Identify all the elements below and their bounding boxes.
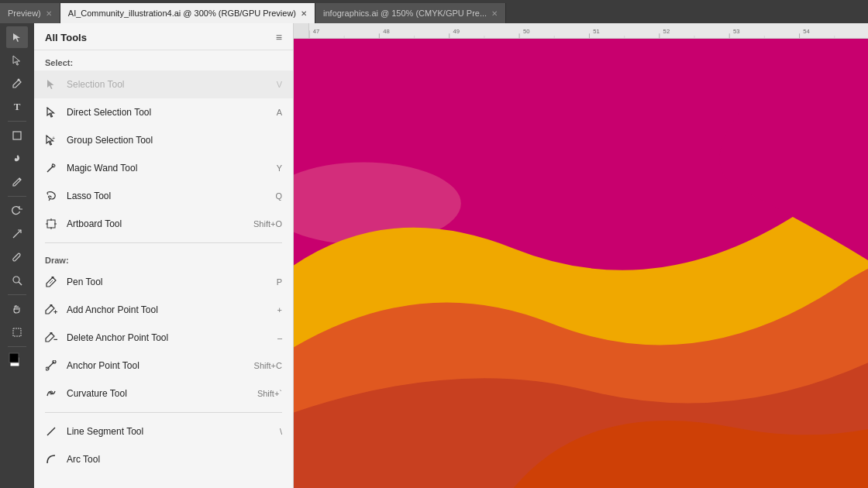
anchor-point-shortcut: Shift+C [254,361,282,370]
svg-rect-27 [309,23,868,38]
delete-anchor-shortcut: – [277,333,282,342]
artboard-shortcut: Shift+O [253,219,282,229]
tab-close-icon[interactable]: ✕ [301,9,307,18]
svg-text:−: − [53,335,57,343]
direct-selection-icon [42,103,60,122]
svg-line-4 [19,282,22,285]
toolbar-zoom[interactable] [6,270,28,291]
group-selection-name: Group Selection Tool [67,135,276,146]
toolbar-separator-3 [8,294,26,295]
add-anchor-shortcut: + [277,305,282,314]
pen-icon [42,273,60,291]
tab-label: AI_Community_illustration4.ai @ 300% (RG… [68,9,296,18]
tab-infographics[interactable]: infographics.ai @ 150% (CMYK/GPU Pre... … [315,3,506,23]
main-area: T [0,23,868,488]
tool-row-line-segment[interactable]: Line Segment Tool \ [34,418,293,445]
tab-close-icon[interactable]: ✕ [491,9,498,18]
toolbar-rotate[interactable] [6,200,28,222]
toolbar-artboard-bottom[interactable] [6,321,28,343]
toolbar-selection-tool[interactable] [6,26,28,48]
curvature-name: Curvature Tool [67,388,251,399]
toolbar-type-tool[interactable]: T [6,96,28,118]
svg-rect-7 [9,353,19,363]
tool-row-selection[interactable]: Selection Tool V [34,70,293,98]
artboard-name: Artboard Tool [67,218,247,229]
toolbar-separator-2 [8,196,26,197]
selection-tool-icon [42,75,60,94]
panel-title: All Tools [45,32,87,43]
toolbar-pen-tool[interactable] [6,73,28,95]
toolbar-rectangle[interactable] [6,125,28,146]
svg-text:54: 54 [803,28,810,35]
svg-rect-1 [13,132,21,139]
tool-row-magic-wand[interactable]: Magic Wand Tool Y [34,154,293,182]
lasso-shortcut: Q [275,191,282,201]
svg-text:47: 47 [313,28,320,35]
tab-close-icon[interactable]: ✕ [46,9,52,18]
tool-row-artboard[interactable]: Artboard Tool Shift+O [34,210,293,238]
pen-shortcut: P [277,277,282,287]
toolbar-hand[interactable] [6,298,28,320]
toolbar-eyedropper[interactable] [6,246,28,268]
curvature-icon [42,384,60,403]
tool-row-pen[interactable]: Pen Tool P [34,268,293,296]
ruler-top: 47 48 49 50 51 52 53 54 [294,23,868,39]
tool-row-add-anchor[interactable]: + Add Anchor Point Tool + [34,296,293,324]
line-segment-shortcut: \ [280,427,282,436]
tab-label: infographics.ai @ 150% (CMYK/GPU Pre... [323,9,487,18]
add-anchor-icon: + [42,301,60,319]
tab-preview[interactable]: Preview) ✕ [0,3,60,23]
toolbar-paintbrush[interactable] [6,148,28,170]
all-tools-panel: All Tools ≡ Select: Selection Tool V Dir… [34,23,294,488]
tool-row-anchor-point[interactable]: Anchor Point Tool Shift+C [34,352,293,380]
svg-text:49: 49 [453,28,460,35]
fill-stroke-colors[interactable] [9,352,26,369]
anchor-point-icon [42,356,60,375]
tool-row-delete-anchor[interactable]: − Delete Anchor Point Tool – [34,324,293,352]
left-toolbar: T [0,23,34,488]
toolbar-separator-4 [8,346,26,347]
line-segment-name: Line Segment Tool [67,426,274,437]
svg-text:50: 50 [523,28,530,35]
lasso-name: Lasso Tool [67,191,269,201]
add-anchor-name: Add Anchor Point Tool [67,304,271,315]
line-segment-icon [42,422,60,441]
selection-tool-shortcut: V [277,80,282,89]
toolbar-pencil[interactable] [6,171,28,193]
lasso-icon [42,187,60,205]
tool-row-arc[interactable]: Arc Tool [34,445,293,473]
tool-row-curvature[interactable]: Curvature Tool Shift+` [34,380,293,407]
section-select-label: Select: [34,50,293,70]
delete-anchor-icon: − [42,328,60,347]
svg-line-12 [54,165,55,166]
direct-selection-shortcut: A [277,108,282,117]
tool-row-lasso[interactable]: Lasso Tool Q [34,182,293,210]
magic-wand-shortcut: Y [277,163,282,173]
svg-text:+: + [52,136,55,141]
svg-text:53: 53 [733,28,740,35]
ruler-corner [294,23,309,39]
anchor-point-name: Anchor Point Tool [67,360,248,371]
svg-point-3 [13,277,19,283]
panel-scroll[interactable]: Select: Selection Tool V Direct Selectio… [34,50,293,488]
arc-icon [42,450,60,469]
arc-name: Arc Tool [67,454,276,465]
svg-text:48: 48 [383,28,390,35]
section-draw-label: Draw: [34,248,293,268]
section-divider-2 [45,412,282,413]
svg-rect-13 [47,220,55,228]
panel-menu-icon[interactable]: ≡ [276,31,282,43]
svg-line-26 [47,428,55,435]
group-selection-icon: + [42,131,60,149]
canvas-area: 47 48 49 50 51 52 53 54 [294,23,868,488]
toolbar-direct-selection[interactable] [6,50,28,71]
section-divider-1 [45,242,282,243]
tool-row-direct-selection[interactable]: Direct Selection Tool A [34,98,293,126]
svg-rect-5 [13,328,21,336]
delete-anchor-name: Delete Anchor Point Tool [67,332,271,343]
magic-wand-icon [42,159,60,177]
toolbar-scale[interactable] [6,223,28,245]
svg-text:+: + [53,308,57,315]
tab-illustration[interactable]: AI_Community_illustration4.ai @ 300% (RG… [60,3,315,23]
tool-row-group-selection[interactable]: + Group Selection Tool [34,126,293,154]
